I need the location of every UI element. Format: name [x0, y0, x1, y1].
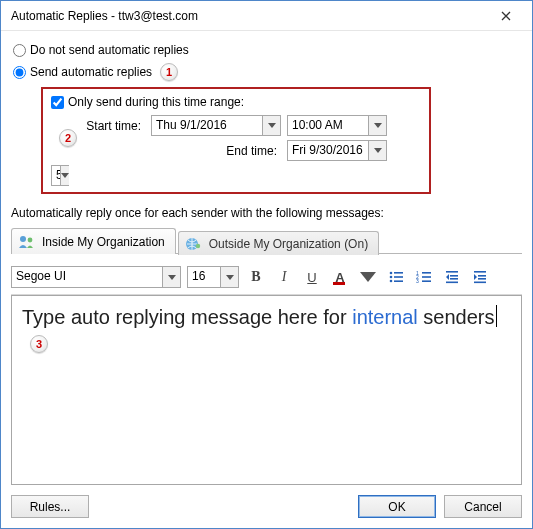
- radio-send-label: Send automatic replies: [30, 65, 152, 79]
- end-date-combo[interactable]: Fri 9/30/2016: [287, 140, 387, 161]
- outdent-button[interactable]: [441, 266, 463, 288]
- italic-button[interactable]: I: [273, 266, 295, 288]
- callout-1: 1: [160, 63, 178, 81]
- titlebar: Automatic Replies - ttw3@test.com: [1, 1, 532, 31]
- font-name-value: Segoe UI: [12, 267, 162, 287]
- end-date-value: Fri 9/30/2016: [288, 141, 368, 160]
- svg-rect-13: [422, 276, 431, 278]
- checkbox-time-range-input[interactable]: [51, 96, 64, 109]
- svg-point-0: [20, 236, 26, 242]
- ok-button[interactable]: OK: [358, 495, 436, 518]
- chevron-down-icon: [60, 166, 69, 185]
- dialog-footer: Rules... OK Cancel: [11, 485, 522, 518]
- start-time-label: Start time:: [75, 119, 145, 133]
- tab-inside[interactable]: Inside My Organization: [11, 228, 176, 254]
- end-time-combo[interactable]: 5:00 PM: [51, 165, 69, 186]
- svg-point-6: [390, 276, 393, 279]
- people-icon: [18, 235, 36, 249]
- svg-rect-16: [446, 271, 458, 273]
- bullets-button[interactable]: [385, 266, 407, 288]
- svg-rect-5: [394, 272, 403, 274]
- chevron-down-icon: [262, 116, 280, 135]
- font-size-value: 16: [188, 267, 220, 287]
- svg-rect-17: [450, 275, 458, 277]
- close-icon: [501, 11, 511, 21]
- chevron-down-icon: [368, 141, 386, 160]
- svg-rect-15: [422, 280, 431, 282]
- radio-send-input[interactable]: [13, 66, 26, 79]
- font-color-dropdown[interactable]: [357, 266, 379, 288]
- chevron-down-icon: [162, 267, 180, 287]
- tab-outside[interactable]: Outside My Organization (On): [178, 231, 379, 255]
- checkbox-time-range[interactable]: Only send during this time range:: [51, 93, 421, 111]
- globe-icon: [185, 237, 203, 251]
- svg-rect-20: [474, 271, 486, 273]
- svg-rect-23: [474, 282, 486, 284]
- instruction-text: Automatically reply once for each sender…: [11, 206, 522, 220]
- time-range-box: Only send during this time range: 2 Star…: [41, 87, 431, 194]
- checkbox-time-range-label: Only send during this time range:: [68, 95, 244, 109]
- message-editor[interactable]: Type auto replying message here for inte…: [11, 295, 522, 485]
- radio-send[interactable]: Send automatic replies 1: [13, 63, 522, 81]
- tab-inside-label: Inside My Organization: [42, 235, 165, 249]
- close-button[interactable]: [486, 4, 526, 28]
- indent-button[interactable]: [469, 266, 491, 288]
- svg-text:3: 3: [416, 278, 419, 284]
- rules-button[interactable]: Rules...: [11, 495, 89, 518]
- radio-do-not-send[interactable]: Do not send automatic replies: [13, 41, 522, 59]
- bold-button[interactable]: B: [245, 266, 267, 288]
- time-grid: 2 Start time: Thu 9/1/2016 10:00 AM End …: [51, 115, 421, 186]
- svg-rect-22: [478, 278, 486, 280]
- indent-icon: [472, 269, 488, 285]
- tabstrip: Inside My Organization Outside My Organi…: [11, 228, 522, 254]
- font-name-combo[interactable]: Segoe UI: [11, 266, 181, 288]
- svg-rect-11: [422, 272, 431, 274]
- callout-3: 3: [30, 335, 48, 353]
- svg-point-1: [28, 237, 33, 242]
- numbering-button[interactable]: 123: [413, 266, 435, 288]
- svg-rect-9: [394, 280, 403, 282]
- font-color-button[interactable]: A: [329, 266, 351, 288]
- end-time-label: End time:: [151, 144, 281, 158]
- dialog-body: Do not send automatic replies Send autom…: [1, 31, 532, 528]
- editor-link: internal: [352, 306, 418, 328]
- chevron-down-icon: [368, 116, 386, 135]
- start-time-value: 10:00 AM: [288, 116, 368, 135]
- start-date-value: Thu 9/1/2016: [152, 116, 262, 135]
- cancel-button-label: Cancel: [464, 500, 501, 514]
- outdent-icon: [444, 269, 460, 285]
- start-date-combo[interactable]: Thu 9/1/2016: [151, 115, 281, 136]
- svg-rect-19: [446, 282, 458, 284]
- underline-button[interactable]: U: [301, 266, 323, 288]
- editor-toolbar: Segoe UI 16 B I U A 123: [11, 260, 522, 295]
- svg-rect-18: [450, 278, 458, 280]
- window-title: Automatic Replies - ttw3@test.com: [11, 9, 486, 23]
- dialog-window: Automatic Replies - ttw3@test.com Do not…: [0, 0, 533, 529]
- font-size-combo[interactable]: 16: [187, 266, 239, 288]
- bullets-icon: [388, 269, 404, 285]
- editor-text-2: senders: [418, 306, 495, 328]
- radio-do-not-send-input[interactable]: [13, 44, 26, 57]
- numbering-icon: 123: [416, 269, 432, 285]
- rules-button-label: Rules...: [30, 500, 71, 514]
- svg-rect-21: [478, 275, 486, 277]
- svg-point-3: [196, 243, 200, 247]
- tab-outside-label: Outside My Organization (On): [209, 237, 368, 251]
- ok-button-label: OK: [388, 500, 405, 514]
- text-cursor: [496, 305, 497, 327]
- svg-point-4: [390, 272, 393, 275]
- svg-rect-7: [394, 276, 403, 278]
- chevron-down-icon: [220, 267, 238, 287]
- end-time-value: 5:00 PM: [52, 166, 60, 185]
- start-time-combo[interactable]: 10:00 AM: [287, 115, 387, 136]
- radio-do-not-send-label: Do not send automatic replies: [30, 43, 189, 57]
- editor-text-1: Type auto replying message here for: [22, 306, 352, 328]
- cancel-button[interactable]: Cancel: [444, 495, 522, 518]
- svg-point-8: [390, 280, 393, 283]
